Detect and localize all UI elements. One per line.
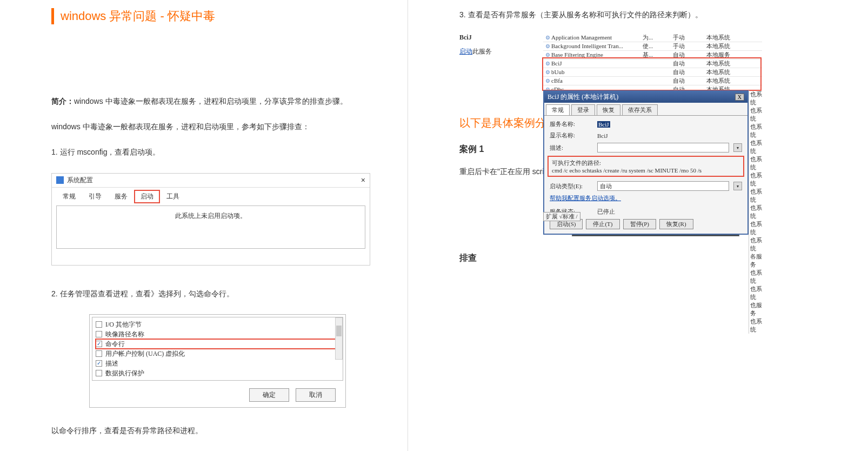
services-table: ⚙Application Management为...手动本地系统 ⚙Backg… — [543, 34, 762, 94]
extended-standard-tabs[interactable]: 扩展 √标准 / — [543, 212, 580, 221]
logon-cell: 也系统 — [749, 220, 762, 236]
tab-recovery[interactable]: 恢复 — [597, 104, 620, 115]
close-icon[interactable]: X — [735, 94, 744, 101]
checkbox-icon[interactable] — [96, 321, 102, 328]
page-title: windows 异常问题 - 怀疑中毒 — [51, 8, 391, 24]
scrollbar[interactable] — [335, 317, 343, 360]
step-1: 1. 运行 msconfig，查看启动项。 — [51, 145, 391, 159]
list-item[interactable]: ✓描述 — [96, 359, 339, 368]
logon-cell: 也服务 — [749, 301, 762, 317]
logon-cell: 各服务 — [749, 253, 762, 269]
list-item[interactable]: I/O 其他字节 — [96, 320, 339, 329]
svc-name: Application Management — [551, 34, 612, 41]
pause-button[interactable]: 暂停(P) — [623, 219, 656, 229]
tab-tools[interactable]: 工具 — [160, 190, 186, 203]
tab-general[interactable]: 常规 — [546, 104, 570, 115]
logon-cell: 也系统 — [749, 90, 762, 107]
svc-desc: 使... — [640, 42, 671, 51]
svc-name: Base Filtering Engine — [551, 51, 603, 58]
dropdown-icon[interactable]: ▾ — [733, 182, 742, 190]
figure-task-columns: I/O 其他字节 映像路径名称 ✓命令行 用户帐户控制 (UAC) 虚拟化 ✓描… — [89, 314, 346, 408]
tab-logon[interactable]: 登录 — [571, 104, 595, 115]
start-service-link[interactable]: 启动 — [459, 47, 472, 56]
list-item-cmdline[interactable]: ✓命令行 — [96, 339, 339, 349]
overflow-logon-column: 也系统 也系统 也系统 也系统 也系统 也系统 也系统 也系统 也系统 也系统 … — [749, 90, 762, 334]
svc-desc: 为... — [640, 34, 671, 42]
logon-cell: 也系统 — [749, 317, 762, 334]
svc-name-value: BciJ — [597, 121, 610, 128]
msconfig-titlebar: 系统配置 × — [52, 174, 370, 187]
svc-name: bUub — [551, 69, 564, 75]
table-row[interactable]: ⚙Base Filtering Engine基...自动本地服务 — [543, 51, 762, 59]
svc-startup: 手动 — [671, 42, 704, 51]
logon-cell: 也系统 — [749, 123, 762, 139]
list-item[interactable]: 映像路径名称 — [96, 329, 339, 339]
svc-logon: 本地系统 — [704, 77, 762, 85]
exec-path-highlight: 可执行文件的路径: cmd /c echo schtasks /create /… — [547, 156, 744, 177]
checkbox-icon[interactable]: ✓ — [96, 360, 102, 367]
tab-boot[interactable]: 引导 — [82, 190, 108, 203]
para-1: windows 中毒迹象一般都表现在服务，进程和启动项里，参考如下步骤排查： — [51, 120, 391, 134]
checkbox-icon[interactable] — [96, 331, 102, 337]
desc-label: 描述: — [550, 144, 593, 152]
system-config-icon — [56, 176, 64, 184]
service-side-panel: BciJ 启动此服务 — [459, 34, 492, 56]
msconfig-title: 系统配置 — [67, 176, 93, 185]
list-item-label: 命令行 — [105, 339, 125, 349]
table-row[interactable]: ⚙Application Management为...手动本地系统 — [543, 34, 762, 42]
scrollbar-thumb[interactable] — [336, 326, 342, 336]
tab-general[interactable]: 常规 — [56, 190, 82, 203]
close-icon[interactable]: × — [361, 176, 365, 184]
dropdown-icon[interactable]: ▾ — [733, 143, 742, 152]
table-row[interactable]: ⚙bUub自动本地系统 — [543, 68, 762, 77]
msconfig-empty-text: 此系统上未启用启动项。 — [175, 212, 246, 220]
tab-services[interactable]: 服务 — [108, 190, 134, 203]
svc-logon: 本地系统 — [704, 34, 762, 42]
start-type-label: 启动类型(E): — [550, 182, 593, 190]
svc-logon: 本地系统 — [704, 68, 762, 77]
svc-startup: 自动 — [671, 59, 704, 68]
tab-dependencies[interactable]: 依存关系 — [622, 104, 658, 115]
msconfig-tabs: 常规 引导 服务 启动 工具 — [52, 187, 370, 203]
step-2-tail: 以命令行排序，查看是否有异常路径和进程。 — [51, 424, 391, 437]
svc-state-value: 已停止 — [597, 208, 615, 216]
svc-name: cBfa — [551, 77, 563, 84]
list-item-label: 描述 — [105, 359, 118, 368]
step-2: 2. 任务管理器查看进程，查看》选择列，勾选命令行。 — [51, 287, 391, 301]
svc-logon: 本地系统 — [704, 42, 762, 51]
cancel-button[interactable]: 取消 — [296, 388, 336, 402]
list-item-label: I/O 其他字节 — [105, 320, 142, 329]
svc-desc — [640, 59, 671, 68]
gear-icon: ⚙ — [545, 61, 550, 67]
logon-cell: 也系统 — [749, 171, 762, 188]
table-row[interactable]: ⚙BciJ自动本地系统 — [543, 59, 762, 68]
list-item-label: 数据执行保护 — [105, 368, 144, 378]
checkbox-icon[interactable] — [96, 370, 102, 376]
help-link[interactable]: 帮助我配置服务启动选项。 — [550, 195, 621, 201]
tab-startup[interactable]: 启动 — [134, 190, 160, 203]
svc-name-label: 服务名称: — [550, 120, 593, 128]
list-item[interactable]: 用户帐户控制 (UAC) 虚拟化 — [96, 349, 339, 359]
svc-startup: 手动 — [671, 34, 704, 42]
checkbox-icon[interactable] — [96, 350, 102, 357]
intro-line: 简介：windows 中毒迹象一般都表现在服务，进程和启动项里，分享该异常的排查… — [51, 95, 391, 108]
start-type-field[interactable]: 自动 — [597, 181, 729, 191]
svc-name: BciJ — [551, 60, 562, 67]
list-item[interactable]: 数据执行保护 — [96, 368, 339, 378]
props-title: BciJ 的属性 (本地计算机) — [547, 92, 618, 102]
svc-logon: 本地服务 — [704, 51, 762, 59]
logon-cell: 也系统 — [749, 236, 762, 253]
checkbox-icon[interactable]: ✓ — [96, 341, 102, 347]
exec-value: cmd /c echo schtasks /create /ru system … — [552, 167, 740, 174]
svc-name: Background Intelligent Tran... — [551, 43, 623, 49]
ok-button[interactable]: 确定 — [249, 388, 289, 402]
stop-button[interactable]: 停止(T) — [586, 219, 619, 229]
table-row[interactable]: ⚙Background Intelligent Tran...使...手动本地系… — [543, 42, 762, 51]
logon-cell: 也系统 — [749, 204, 762, 220]
resume-button[interactable]: 恢复(R) — [659, 219, 693, 229]
table-row[interactable]: ⚙cBfa自动本地系统 — [543, 77, 762, 85]
gear-icon: ⚙ — [545, 69, 550, 75]
desc-field[interactable] — [597, 143, 729, 152]
svc-desc — [640, 77, 671, 85]
step-3: 3. 查看是否有异常服务（主要从服务名称和可执行文件的路径来判断）。 — [459, 8, 852, 22]
